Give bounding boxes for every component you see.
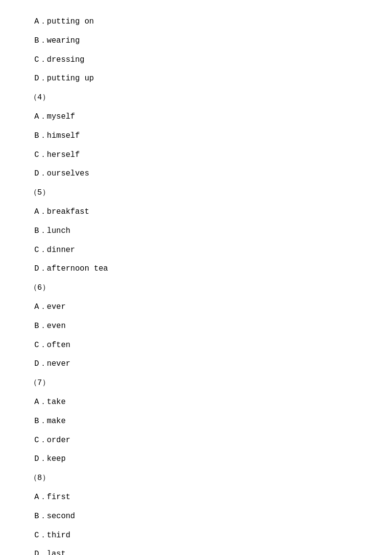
text-line-a7: A．take [34, 395, 358, 409]
text-line-b5: B．lunch [34, 224, 358, 238]
text-line-q6: （6） [29, 281, 358, 295]
text-line-b6: B．even [34, 319, 358, 333]
text-line-d1: D．putting up [34, 72, 358, 86]
text-line-d6: D．never [34, 357, 358, 371]
text-line-q5: （5） [29, 186, 358, 200]
text-line-q8: （8） [29, 471, 358, 485]
text-line-b1: B．wearing [34, 34, 358, 48]
text-line-d8: D．last [34, 547, 358, 555]
text-line-d4: D．ourselves [34, 167, 358, 181]
text-line-c7: C．order [34, 433, 358, 448]
text-line-b7: B．make [34, 414, 358, 429]
text-line-d5: D．afternoon tea [34, 262, 358, 276]
text-line-a6: A．ever [34, 300, 358, 314]
text-line-c5: C．dinner [34, 243, 358, 257]
text-line-a8: A．first [34, 490, 358, 505]
text-line-q7: （7） [29, 376, 358, 390]
text-line-b4: B．himself [34, 129, 358, 143]
text-line-a1: A．putting on [34, 15, 358, 29]
main-content: A．putting onB．wearingC．dressingD．putting… [0, 0, 392, 555]
text-line-c4: C．herself [34, 148, 358, 162]
text-line-a5: A．breakfast [34, 205, 358, 219]
text-line-a4: A．myself [34, 110, 358, 124]
text-line-c1: C．dressing [34, 53, 358, 67]
text-line-b8: B．second [34, 509, 358, 524]
text-line-q4: （4） [29, 91, 358, 105]
text-line-c6: C．often [34, 338, 358, 353]
text-line-c8: C．third [34, 529, 358, 543]
text-line-d7: D．keep [34, 452, 358, 466]
